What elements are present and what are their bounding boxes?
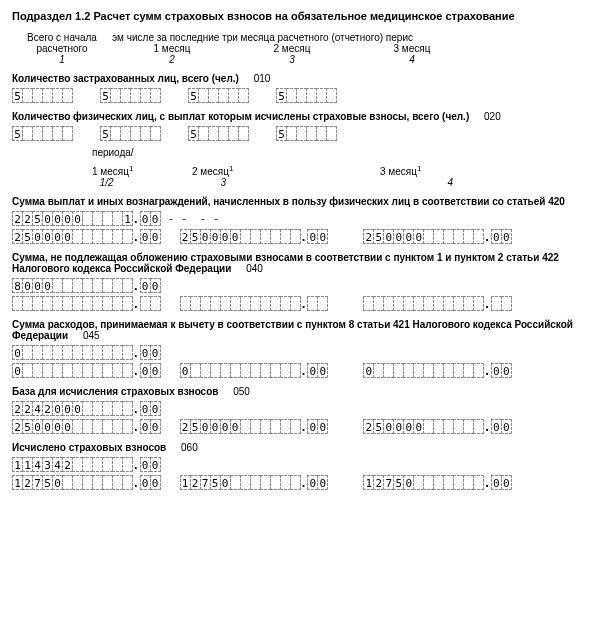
row-030-m1[interactable]: 250000.00 (12, 229, 160, 244)
row-010-text: Количество застрахованных лиц, всего (че… (12, 73, 239, 84)
period-header: периода/ (12, 147, 583, 158)
row-040-text: Сумма, не подлежащая обложению страховым… (12, 252, 559, 274)
decimal-dot: . (132, 401, 140, 416)
cell: 0 (150, 363, 161, 378)
row-045-m2[interactable]: 0.00 (180, 363, 328, 378)
period-sub: 1/2 3 4 (12, 177, 583, 188)
decimal-dot: . (300, 296, 308, 311)
row-040-m1[interactable]: . (12, 296, 160, 311)
decimal-dot: . (300, 363, 308, 378)
decimal-dot: . (132, 229, 140, 244)
cell (326, 88, 337, 103)
row-020-v1[interactable]: 5 (12, 126, 72, 141)
row-060-m2[interactable]: 12750.00 (180, 475, 328, 490)
period-s3: 4 (380, 177, 583, 188)
row-060-total[interactable]: 114342.00 (12, 457, 160, 472)
row-060-code: 060 (181, 442, 198, 453)
row-045-m1[interactable]: 0.00 (12, 363, 160, 378)
period-0: периода/ (92, 147, 192, 158)
cell: 0 (150, 419, 161, 434)
row-050-label: База для исчисления страховых взносов 05… (12, 386, 583, 397)
col-month3: 3 месяц (352, 43, 472, 54)
period-s1: 1/2 (80, 177, 185, 188)
cell (238, 126, 249, 141)
row-040-total[interactable]: 8000.00 (12, 278, 160, 293)
row-030-top: 22500001.00 - - - - (12, 211, 583, 226)
row-045-m3[interactable]: 0.00 (363, 363, 511, 378)
col-total-label-a: Всего с начала (12, 32, 112, 43)
decimal-dot: . (483, 229, 491, 244)
row-040-m2[interactable]: . (180, 296, 328, 311)
decimal-dot: . (132, 345, 140, 360)
dash-icon: - - (160, 211, 192, 226)
cell: 0 (150, 401, 161, 416)
decimal-dot: . (132, 363, 140, 378)
row-050-total[interactable]: 2242000.00 (12, 401, 160, 416)
decimal-dot: . (132, 296, 140, 311)
cell: 0 (501, 229, 512, 244)
period-s2: 3 (184, 177, 379, 188)
cell: 0 (317, 229, 328, 244)
row-060-months: 12750.00 12750.00 12750.00 (12, 475, 583, 490)
row-010-v4[interactable]: 5 (276, 88, 336, 103)
cell (326, 126, 337, 141)
row-045-top: 0.00 (12, 345, 583, 360)
row-020-v2[interactable]: 5 (100, 126, 160, 141)
col-total-label-b: расчетного (12, 43, 112, 54)
row-050-m3[interactable]: 250000.00 (363, 419, 511, 434)
cell: 0 (501, 419, 512, 434)
col-sub-2: 2 (112, 54, 232, 65)
row-060-label: Исчислено страховых взносов 060 (12, 442, 583, 453)
row-030-m2[interactable]: 250000.00 (180, 229, 328, 244)
row-010-v1[interactable]: 5 (12, 88, 72, 103)
cell (238, 88, 249, 103)
row-045-label: Сумма расходов, принимаемая к вычету в с… (12, 319, 583, 341)
row-010-code: 010 (254, 73, 271, 84)
row-010-label: Количество застрахованных лиц, всего (че… (12, 73, 583, 84)
dash-icon-2: - - (192, 211, 224, 226)
decimal-dot: . (483, 363, 491, 378)
cell: 0 (501, 363, 512, 378)
period-m3: 3 месяц1 (380, 164, 540, 177)
period-m2: 2 месяц1 (192, 164, 380, 177)
cell (501, 296, 512, 311)
row-040-m3[interactable]: . (363, 296, 511, 311)
row-030-total[interactable]: 22500001.00 (12, 211, 160, 226)
row-060-top: 114342.00 (12, 457, 583, 472)
row-020-v4[interactable]: 5 (276, 126, 336, 141)
period-header-months: 1 месяц1 2 месяц1 3 месяц1 (12, 164, 583, 177)
cell: 0 (317, 363, 328, 378)
decimal-dot: . (300, 229, 308, 244)
row-060-m3[interactable]: 12750.00 (363, 475, 511, 490)
cell (62, 126, 73, 141)
cell: 0 (317, 475, 328, 490)
column-sub-row: 1 2 3 4 (12, 54, 583, 65)
decimal-dot: . (132, 457, 140, 472)
cell: 0 (150, 475, 161, 490)
row-020-code: 020 (484, 111, 501, 122)
column-header-row-2: расчетного 1 месяц 2 месяц 3 месяц (12, 43, 583, 54)
row-060-m1[interactable]: 12750.00 (12, 475, 160, 490)
decimal-dot: . (483, 296, 491, 311)
row-030-m3[interactable]: 250000.00 (363, 229, 511, 244)
col-last3-label: эм числе за последние три месяца расчетн… (112, 32, 583, 43)
cell: 0 (150, 229, 161, 244)
row-050-top: 2242000.00 (12, 401, 583, 416)
decimal-dot: . (132, 278, 140, 293)
row-020-v3[interactable]: 5 (188, 126, 248, 141)
cell (150, 126, 161, 141)
row-050-m2[interactable]: 250000.00 (180, 419, 328, 434)
decimal-dot: . (300, 475, 308, 490)
row-010-v2[interactable]: 5 (100, 88, 160, 103)
row-050-m1[interactable]: 250000.00 (12, 419, 160, 434)
cell: 0 (150, 278, 161, 293)
cell: 0 (150, 345, 161, 360)
row-030-text: Сумма выплат и иных вознаграждений, начи… (12, 196, 565, 207)
cell: 0 (317, 419, 328, 434)
row-010-v3[interactable]: 5 (188, 88, 248, 103)
row-045-total[interactable]: 0.00 (12, 345, 160, 360)
row-020-values: 5 5 5 5 (12, 126, 583, 141)
cell (150, 296, 161, 311)
cell: 0 (501, 475, 512, 490)
period-m1: 1 месяц1 (92, 164, 192, 177)
